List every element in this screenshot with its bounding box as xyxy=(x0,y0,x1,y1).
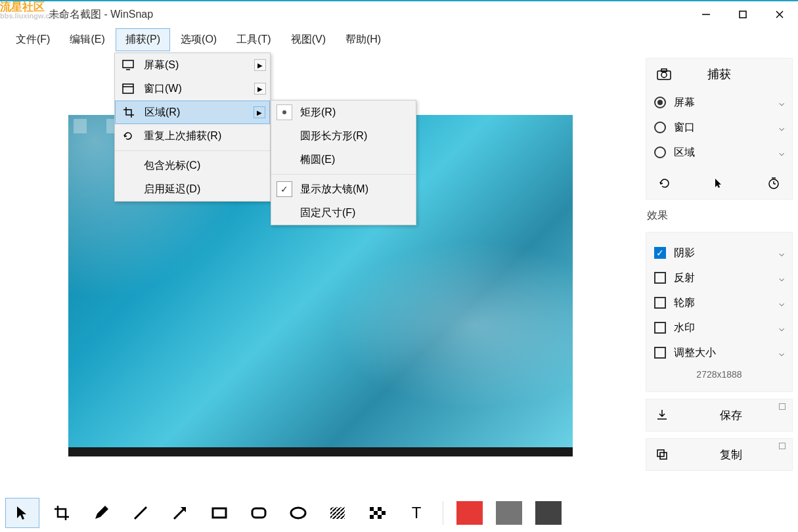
effects-panel: ✓阴影⌵反射⌵轮廓⌵水印⌵调整大小⌵ 2728x1888 xyxy=(646,232,793,392)
chevron-down-icon[interactable]: ⌵ xyxy=(779,147,784,158)
delay-icon[interactable] xyxy=(766,175,782,191)
bottom-toolbar: T xyxy=(0,494,640,532)
chevron-down-icon[interactable]: ⌵ xyxy=(779,298,784,308)
submenu-item[interactable]: 圆形长方形(R) xyxy=(271,124,416,148)
tool-pen[interactable] xyxy=(84,498,118,528)
copy-options-toggle[interactable] xyxy=(779,443,786,449)
region-submenu-dropdown: 矩形(R)圆形长方形(R)椭圆(E)✓显示放大镜(M)固定尺寸(F) xyxy=(271,100,416,225)
menu-item-crop[interactable]: 区域(R)▶ xyxy=(115,100,270,124)
svg-rect-23 xyxy=(330,507,345,519)
menu-3[interactable]: 选项(O) xyxy=(171,29,226,51)
capture-tools xyxy=(654,170,784,191)
menubar: 文件(F)编辑(E)捕获(P)选项(O)工具(T)视图(V)帮助(H) xyxy=(0,28,798,51)
capture-panel-title[interactable]: 捕获 xyxy=(654,66,784,82)
chevron-down-icon[interactable]: ⌵ xyxy=(779,347,784,358)
svg-rect-28 xyxy=(370,515,374,519)
svg-rect-10 xyxy=(661,69,667,72)
submenu-item[interactable]: 固定尺寸(F) xyxy=(271,201,416,225)
svg-rect-19 xyxy=(213,508,226,518)
svg-point-9 xyxy=(661,72,667,78)
save-icon xyxy=(655,409,669,422)
capture-option-屏幕[interactable]: 屏幕⌵ xyxy=(654,90,784,115)
menu-2[interactable]: 捕获(P) xyxy=(116,28,170,51)
chevron-down-icon[interactable]: ⌵ xyxy=(779,273,784,283)
menu-4[interactable]: 工具(T) xyxy=(227,29,280,51)
tool-arrow[interactable] xyxy=(163,498,197,528)
dimensions-label: 2728x1888 xyxy=(654,365,784,384)
tool-pixelate[interactable] xyxy=(360,498,394,528)
capture-option-窗口[interactable]: 窗口⌵ xyxy=(654,115,784,140)
redo-capture-icon[interactable] xyxy=(657,175,673,191)
svg-rect-27 xyxy=(382,511,386,515)
submenu-arrow-icon: ▶ xyxy=(254,59,266,71)
submenu-arrow-icon: ▶ xyxy=(254,83,266,95)
svg-rect-4 xyxy=(123,60,133,68)
window-title: 未命名截图 - WinSnap xyxy=(49,8,153,22)
copy-button[interactable]: 复制 xyxy=(646,438,793,471)
radio-icon xyxy=(654,122,666,133)
svg-rect-20 xyxy=(252,508,265,518)
menu-1[interactable]: 编辑(E) xyxy=(60,29,114,51)
menu-item-monitor[interactable]: 屏幕(S)▶ xyxy=(115,53,270,77)
menu-item[interactable]: 启用延迟(D) xyxy=(115,177,270,201)
menu-5[interactable]: 视图(V) xyxy=(282,29,335,51)
color-swatch-2[interactable] xyxy=(492,498,526,528)
chevron-down-icon[interactable]: ⌵ xyxy=(779,322,784,333)
minimize-button[interactable] xyxy=(688,1,724,28)
checkbox-icon xyxy=(654,347,666,359)
svg-line-17 xyxy=(135,507,146,519)
chevron-down-icon[interactable]: ⌵ xyxy=(779,248,784,258)
bullet-icon xyxy=(277,104,292,120)
submenu-item[interactable]: 椭圆(E) xyxy=(271,148,416,171)
svg-rect-16 xyxy=(660,453,667,459)
undo-icon xyxy=(120,130,136,142)
submenu-item[interactable]: 矩形(R) xyxy=(271,100,416,124)
capture-panel: 捕获 屏幕⌵窗口⌵区域⌵ xyxy=(646,58,793,200)
submenu-arrow-icon: ▶ xyxy=(254,106,265,118)
close-button[interactable] xyxy=(761,1,798,28)
tool-blur[interactable] xyxy=(321,498,355,528)
effect-option-轮廓[interactable]: 轮廓⌵ xyxy=(654,290,784,315)
svg-rect-29 xyxy=(378,515,382,519)
copy-icon xyxy=(655,448,669,461)
menu-item[interactable]: 包含光标(C) xyxy=(115,154,270,177)
chevron-down-icon[interactable]: ⌵ xyxy=(779,122,784,133)
chevron-down-icon[interactable]: ⌵ xyxy=(779,97,784,108)
save-button[interactable]: 保存 xyxy=(646,399,793,432)
checkbox-icon xyxy=(654,272,666,284)
menu-item-window[interactable]: 窗口(W)▶ xyxy=(115,77,270,100)
tool-text[interactable]: T xyxy=(399,498,433,528)
effects-label: 效果 xyxy=(646,206,793,225)
checkbox-icon xyxy=(654,322,666,334)
effect-option-阴影[interactable]: ✓阴影⌵ xyxy=(654,240,784,265)
menu-item-undo[interactable]: 重复上次捕获(R) xyxy=(115,124,270,148)
effect-option-水印[interactable]: 水印⌵ xyxy=(654,315,784,340)
maximize-button[interactable] xyxy=(724,1,761,28)
svg-rect-24 xyxy=(370,507,374,511)
tool-pointer[interactable] xyxy=(5,498,39,528)
menu-0[interactable]: 文件(F) xyxy=(7,29,59,51)
tool-rectangle[interactable] xyxy=(202,498,236,528)
color-swatch-1[interactable] xyxy=(453,498,487,528)
radio-icon xyxy=(654,97,666,108)
window-icon xyxy=(120,83,136,94)
save-options-toggle[interactable] xyxy=(779,403,786,410)
svg-rect-25 xyxy=(378,507,382,511)
tool-crop[interactable] xyxy=(45,498,79,528)
effect-option-调整大小[interactable]: 调整大小⌵ xyxy=(654,340,784,365)
tool-ellipse[interactable] xyxy=(281,498,315,528)
svg-line-18 xyxy=(174,508,185,519)
svg-point-21 xyxy=(291,508,305,518)
tool-rounded-rectangle[interactable] xyxy=(242,498,276,528)
menu-6[interactable]: 帮助(H) xyxy=(336,29,390,51)
capture-option-区域[interactable]: 区域⌵ xyxy=(654,140,784,165)
check-icon: ✓ xyxy=(277,181,292,197)
tool-line[interactable] xyxy=(123,498,158,528)
effect-option-反射[interactable]: 反射⌵ xyxy=(654,265,784,290)
watermark: 流星社区 bbs.liuxingw.com xyxy=(0,1,60,20)
cursor-icon[interactable] xyxy=(711,175,727,191)
toolbar-separator xyxy=(443,501,443,525)
color-swatch-3[interactable] xyxy=(531,498,565,528)
svg-rect-26 xyxy=(374,511,378,515)
submenu-item[interactable]: ✓显示放大镜(M) xyxy=(271,177,416,201)
